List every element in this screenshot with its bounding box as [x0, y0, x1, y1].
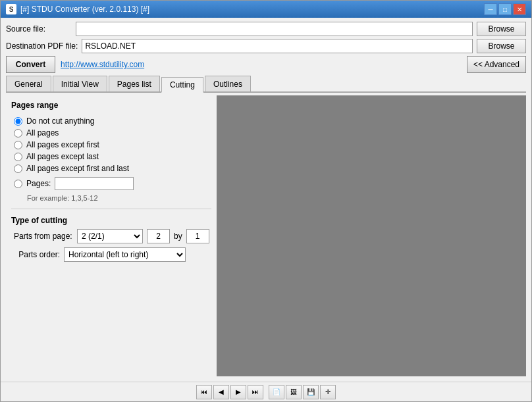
radio-row-3: All pages except last: [14, 152, 211, 161]
add-button[interactable]: ✛: [320, 385, 336, 399]
dest-browse-button[interactable]: Browse: [477, 39, 526, 53]
first-page-button[interactable]: ⏮: [196, 385, 212, 399]
cutting-panel: Pages range Do not cut anything All page…: [6, 95, 217, 376]
last-page-button[interactable]: ⏭: [248, 385, 263, 399]
radio-label-2: All pages except first: [26, 140, 99, 149]
radio-row-4: All pages except first and last: [14, 164, 211, 173]
bottom-toolbar: ⏮ ◀ ▶ ⏭ 📄 🖼 💾 ✛: [1, 382, 531, 401]
pages-range-group: Do not cut anything All pages All pages …: [11, 116, 211, 173]
pages-range-label: Pages range: [11, 101, 211, 110]
tab-initial-view[interactable]: Initial View: [53, 76, 107, 91]
close-button[interactable]: ✕: [513, 3, 526, 15]
parts-order-label: Parts order:: [14, 250, 60, 259]
divider: [11, 209, 211, 209]
title-bar-left: S [#] STDU Converter (ver. 2.0.113) [#]: [6, 4, 149, 14]
radio-all-except-first-last[interactable]: [14, 164, 22, 173]
radio-all-pages[interactable]: [14, 129, 22, 138]
content-area: Source file: Browse Destination PDF file…: [1, 18, 531, 382]
tab-cutting[interactable]: Cutting: [161, 77, 203, 93]
prev-page-button[interactable]: ◀: [213, 385, 229, 399]
app-icon: S: [6, 4, 16, 14]
radio-row-2: All pages except first: [14, 140, 211, 149]
parts-order-row: Parts order: Horizontal (left to right) …: [11, 247, 211, 262]
save-button[interactable]: 💾: [303, 385, 319, 399]
dest-label: Destination PDF file:: [6, 41, 78, 51]
radio-label-1: All pages: [26, 128, 59, 138]
image-view-button[interactable]: 🖼: [286, 385, 302, 399]
radio-row-0: Do not cut anything: [14, 116, 211, 126]
page-view-button[interactable]: 📄: [269, 385, 284, 399]
dest-input[interactable]: [82, 39, 473, 53]
preview-panel: [217, 95, 526, 376]
example-text: For example: 1,3,5-12: [11, 194, 211, 202]
website-link[interactable]: http://www.stdutility.com: [61, 60, 144, 69]
type-cutting-label: Type of cutting: [11, 216, 211, 225]
col-input[interactable]: [147, 229, 170, 243]
tabs-bar: General Initial View Pages list Cutting …: [6, 76, 526, 93]
window-title: [#] STDU Converter (ver. 2.0.113) [#]: [20, 5, 149, 14]
radio-pages[interactable]: [14, 180, 22, 188]
next-page-button[interactable]: ▶: [230, 385, 246, 399]
tab-outlines[interactable]: Outlines: [205, 76, 251, 91]
dest-row: Destination PDF file: Browse: [6, 39, 526, 53]
parts-from-label: Parts from page:: [14, 232, 73, 241]
source-row: Source file: Browse: [6, 22, 526, 36]
tab-pages-list[interactable]: Pages list: [109, 76, 160, 91]
parts-from-dropdown[interactable]: 2 (2/1) 3 (3/1) 4 (4/1) 4 (2/2): [77, 229, 143, 243]
row-input[interactable]: [186, 229, 209, 243]
by-text: by: [174, 232, 182, 241]
action-row: Convert http://www.stdutility.com << Adv…: [6, 56, 526, 73]
pages-label: Pages:: [26, 179, 51, 188]
minimize-button[interactable]: ─: [484, 3, 497, 15]
advanced-button[interactable]: << Advanced: [467, 56, 526, 73]
radio-row-1: All pages: [14, 128, 211, 138]
radio-label-4: All pages except first and last: [26, 164, 129, 173]
source-label: Source file:: [6, 24, 72, 34]
radio-all-except-first[interactable]: [14, 141, 22, 149]
radio-label-3: All pages except last: [26, 152, 99, 161]
main-window: S [#] STDU Converter (ver. 2.0.113) [#] …: [0, 0, 532, 402]
parts-from-row: Parts from page: 2 (2/1) 3 (3/1) 4 (4/1)…: [11, 229, 211, 243]
tab-general[interactable]: General: [6, 76, 51, 91]
pages-input-row: Pages:: [11, 177, 211, 190]
parts-order-dropdown[interactable]: Horizontal (left to right) Vertical (top…: [64, 247, 186, 262]
convert-button[interactable]: Convert: [6, 56, 55, 73]
main-panel: Pages range Do not cut anything All page…: [6, 95, 526, 376]
source-browse-button[interactable]: Browse: [477, 22, 526, 36]
maximize-button[interactable]: □: [498, 3, 512, 15]
radio-label-0: Do not cut anything: [26, 116, 94, 126]
title-controls: ─ □ ✕: [484, 3, 526, 15]
radio-do-not-cut[interactable]: [14, 117, 22, 126]
radio-all-except-last[interactable]: [14, 153, 22, 161]
pages-input[interactable]: [55, 177, 134, 190]
title-bar: S [#] STDU Converter (ver. 2.0.113) [#] …: [1, 1, 531, 18]
source-input[interactable]: [76, 22, 473, 36]
